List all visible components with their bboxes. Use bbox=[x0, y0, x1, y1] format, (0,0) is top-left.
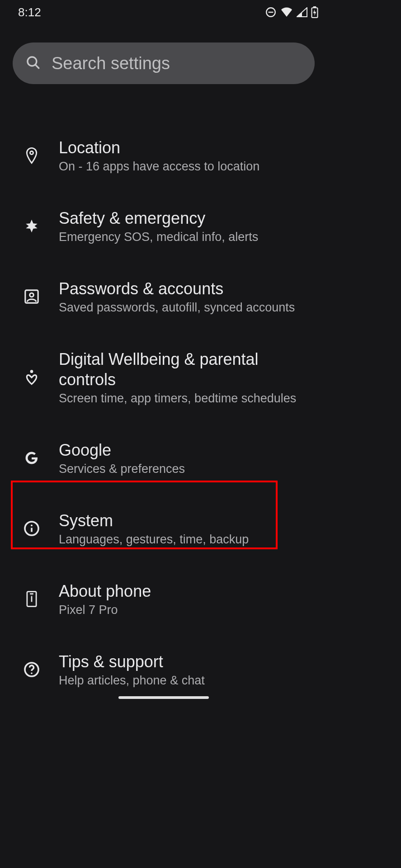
phone-device-icon bbox=[22, 589, 42, 609]
location-icon bbox=[22, 146, 42, 165]
svg-point-6 bbox=[30, 151, 33, 155]
settings-item-subtitle: Languages, gestures, time, backup bbox=[59, 533, 316, 547]
search-placeholder: Search settings bbox=[52, 54, 170, 73]
settings-item-passwords-accounts[interactable]: Passwords & accounts Saved passwords, au… bbox=[0, 261, 327, 332]
settings-item-text: Google Services & preferences bbox=[59, 440, 316, 476]
settings-item-subtitle: Services & preferences bbox=[59, 462, 316, 476]
svg-point-8 bbox=[30, 293, 34, 297]
settings-screen: 8:12 Search settings bbox=[0, 0, 327, 705]
settings-item-subtitle: Screen time, app timers, bedtime schedul… bbox=[59, 392, 316, 406]
battery-icon bbox=[311, 6, 318, 18]
settings-item-digital-wellbeing[interactable]: Digital Wellbeing & parental controls Sc… bbox=[0, 332, 327, 423]
svg-point-11 bbox=[31, 524, 33, 526]
settings-item-text: About phone Pixel 7 Pro bbox=[59, 581, 316, 617]
settings-item-location[interactable]: Location On - 16 apps have access to loc… bbox=[0, 114, 327, 191]
info-icon bbox=[22, 519, 42, 538]
search-settings-bar[interactable]: Search settings bbox=[13, 42, 315, 84]
search-icon bbox=[25, 55, 41, 72]
settings-item-title: About phone bbox=[59, 581, 316, 601]
settings-item-text: Location On - 16 apps have access to loc… bbox=[59, 137, 316, 174]
status-icons bbox=[265, 6, 318, 18]
settings-item-title: System bbox=[59, 510, 316, 531]
google-icon bbox=[22, 448, 42, 468]
settings-item-google[interactable]: Google Services & preferences bbox=[0, 423, 327, 493]
settings-item-subtitle: Emergency SOS, medical info, alerts bbox=[59, 230, 316, 244]
account-box-icon bbox=[22, 287, 42, 307]
settings-item-safety-emergency[interactable]: Safety & emergency Emergency SOS, medica… bbox=[0, 191, 327, 261]
settings-item-title: Location bbox=[59, 137, 316, 158]
signal-icon bbox=[297, 7, 307, 17]
gesture-nav-bar[interactable] bbox=[118, 696, 209, 699]
settings-item-title: Passwords & accounts bbox=[59, 278, 316, 299]
settings-item-tips-support[interactable]: Tips & support Help articles, phone & ch… bbox=[0, 634, 327, 705]
settings-item-title: Digital Wellbeing & parental controls bbox=[59, 349, 276, 390]
settings-item-subtitle: On - 16 apps have access to location bbox=[59, 160, 316, 174]
settings-item-about-phone[interactable]: About phone Pixel 7 Pro bbox=[0, 564, 327, 634]
settings-list[interactable]: Location On - 16 apps have access to loc… bbox=[0, 84, 327, 705]
settings-item-subtitle: Help articles, phone & chat bbox=[59, 674, 316, 688]
dnd-icon bbox=[265, 6, 277, 18]
wifi-icon bbox=[280, 7, 293, 17]
wellbeing-icon bbox=[22, 368, 42, 387]
svg-rect-3 bbox=[313, 6, 316, 8]
settings-item-text: Digital Wellbeing & parental controls Sc… bbox=[59, 349, 316, 406]
settings-item-system[interactable]: System Languages, gestures, time, backup bbox=[0, 493, 327, 564]
search-bar-container: Search settings bbox=[0, 24, 327, 84]
settings-item-text: Passwords & accounts Saved passwords, au… bbox=[59, 278, 316, 315]
partial-item-above bbox=[0, 97, 327, 114]
status-bar: 8:12 bbox=[0, 0, 327, 24]
settings-item-title: Safety & emergency bbox=[59, 208, 316, 228]
settings-item-title: Google bbox=[59, 440, 316, 460]
help-icon bbox=[22, 660, 42, 679]
svg-line-5 bbox=[35, 65, 38, 68]
settings-item-subtitle: Saved passwords, autofill, synced accoun… bbox=[59, 301, 316, 315]
svg-point-9 bbox=[30, 370, 33, 373]
settings-item-text: Tips & support Help articles, phone & ch… bbox=[59, 651, 316, 688]
svg-point-18 bbox=[31, 672, 33, 674]
settings-item-text: Safety & emergency Emergency SOS, medica… bbox=[59, 208, 316, 244]
settings-item-subtitle: Pixel 7 Pro bbox=[59, 603, 316, 617]
settings-item-text: System Languages, gestures, time, backup bbox=[59, 510, 316, 547]
medical-icon bbox=[22, 216, 42, 236]
settings-item-title: Tips & support bbox=[59, 651, 316, 672]
status-time: 8:12 bbox=[18, 5, 41, 19]
